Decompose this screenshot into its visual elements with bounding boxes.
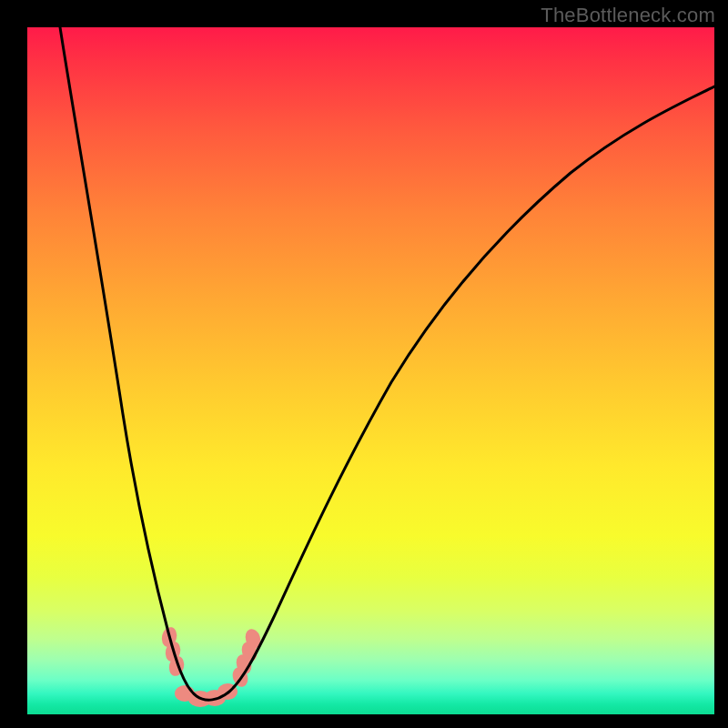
curve-layer xyxy=(27,27,714,714)
bottleneck-curve xyxy=(60,27,714,700)
chart-frame: TheBottleneck.com xyxy=(0,0,728,728)
watermark-text: TheBottleneck.com xyxy=(541,4,715,27)
plot-area xyxy=(27,27,714,714)
